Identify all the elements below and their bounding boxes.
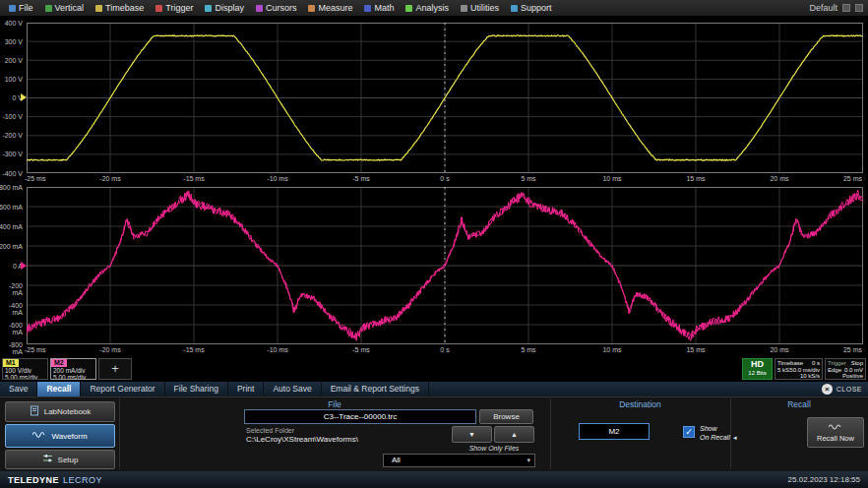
file-filter-value: All (392, 456, 401, 464)
cursors-icon (256, 5, 263, 12)
y-tick-label: -600 mA (0, 322, 23, 336)
voltage-chart: 400 V300 V200 V100 V0 V-100 V-200 V-300 … (0, 23, 868, 186)
dialog-tab-bar: Save Recall Report Generator File Sharin… (0, 382, 868, 396)
timebase-descriptor[interactable]: Timebase0 s 5 kS50.0 ms/div 10 kS/s (775, 358, 823, 380)
m1-zero-marker[interactable] (21, 93, 27, 101)
menu-label: Math (374, 3, 394, 13)
trigger-descriptor[interactable]: TriggerStop Edge0.0 mV Positive (825, 358, 866, 380)
trigger-kind: Edge (828, 367, 841, 374)
utilities-icon (461, 5, 467, 12)
y-tick-label: -200 mA (0, 282, 23, 296)
voltage-x-axis: -25 ms-20 ms-15 ms-10 ms-5 ms0 s5 ms10 m… (0, 175, 868, 184)
x-tick-label: -15 ms (174, 346, 214, 353)
timebase-icon (95, 5, 102, 12)
recall-now-label: Recall Now (817, 434, 854, 443)
waveform-icon (32, 430, 46, 442)
tab-save[interactable]: Save (0, 382, 37, 396)
tab-recall[interactable]: Recall (37, 382, 81, 396)
selected-folder-path: C:\LeCroy\XStream\Waveforms\ (246, 435, 358, 444)
down-arrow-icon: ▼ (468, 431, 475, 438)
support-icon (511, 5, 518, 12)
current-chart: 800 mA600 mA400 mA200 mA0 A-200 mA-400 m… (0, 187, 868, 356)
menu-label: Display (215, 3, 244, 13)
oscilloscope-app: File Vertical Timebase Trigger Display C… (0, 0, 868, 488)
close-icon[interactable]: × (822, 384, 833, 395)
x-tick-label: 0 s (425, 175, 465, 182)
y-tick-label: 200 V (0, 57, 23, 64)
status-icon (842, 4, 850, 12)
menu-item-utilities[interactable]: Utilities (455, 0, 505, 16)
x-tick-label: -25 ms (25, 346, 64, 353)
add-trace-button[interactable]: + (98, 358, 132, 380)
timebase-rate: 10 kS/s (800, 373, 820, 380)
tab-print[interactable]: Print (228, 382, 264, 396)
menu-item-measure[interactable]: Measure (302, 0, 358, 16)
y-tick-label: 100 V (0, 76, 23, 83)
menu-item-trigger[interactable]: Trigger (150, 0, 199, 16)
y-tick-label: -400 mA (0, 302, 23, 316)
menu-item-support[interactable]: Support (505, 0, 558, 16)
tab-report-generator[interactable]: Report Generator (81, 382, 164, 396)
scroll-up-button[interactable]: ▲ (494, 426, 534, 443)
pointer-icon: ◄ (732, 435, 738, 441)
menu-item-timebase[interactable]: Timebase (90, 0, 150, 16)
y-tick-label: -200 V (0, 132, 23, 139)
y-tick-label: 0 V (0, 94, 23, 101)
dialog-close[interactable]: × CLOSE (822, 382, 868, 396)
m2-tdiv: 5.00 ms/div (51, 374, 95, 380)
file-filter-dropdown[interactable]: ▾All (383, 454, 535, 467)
close-label: CLOSE (837, 386, 862, 393)
voltage-waveform-plot[interactable] (27, 23, 863, 173)
menu-label: Vertical (55, 3, 85, 13)
analysis-icon (405, 5, 412, 12)
menu-item-file[interactable]: File (3, 0, 39, 16)
menu-item-vertical[interactable]: Vertical (39, 0, 91, 16)
labnotebook-button[interactable]: LabNotebook (5, 401, 115, 422)
y-tick-label: 400 V (0, 20, 23, 27)
brand-teledyne: TELEDYNE (8, 475, 59, 485)
m1-descriptor[interactable]: M1 100 V/div 5.00 ms/div (2, 358, 48, 380)
destination-input[interactable]: M2 (579, 423, 650, 440)
menu-item-math[interactable]: Math (358, 0, 400, 16)
trigger-icon (155, 5, 162, 12)
x-tick-label: 15 ms (676, 346, 715, 353)
x-tick-label: -25 ms (25, 175, 64, 182)
x-tick-label: -5 ms (341, 346, 381, 353)
menu-item-analysis[interactable]: Analysis (400, 0, 455, 16)
tab-email-report-settings[interactable]: Email & Report Settings (322, 382, 429, 396)
menu-item-display[interactable]: Display (199, 0, 250, 16)
trigger-slope: Positive (842, 373, 863, 380)
x-tick-label: -20 ms (91, 346, 130, 353)
tab-auto-save[interactable]: Auto Save (264, 382, 321, 396)
x-tick-label: 25 ms (823, 346, 862, 353)
m2-zero-marker[interactable] (21, 262, 27, 270)
scroll-down-button[interactable]: ▼ (452, 426, 492, 443)
current-waveform-plot[interactable] (27, 187, 863, 344)
m2-descriptor[interactable]: M2 200 mA/div 5.00 ms/div (50, 358, 96, 380)
destination-section-header: Destination (550, 399, 730, 409)
x-tick-label: 20 ms (760, 175, 799, 182)
hd-bits: 12 Bits (743, 370, 772, 377)
waveform-button[interactable]: Waveform (5, 424, 115, 448)
show-on-recall-checkbox[interactable]: ✓ (683, 426, 695, 438)
default-setup-label[interactable]: Default (809, 3, 837, 13)
selected-folder-label: Selected Folder (246, 427, 294, 434)
recall-now-button[interactable]: Recall Now (807, 417, 864, 448)
menu-right: Default (809, 3, 868, 13)
x-tick-label: -10 ms (258, 175, 297, 182)
tab-file-sharing[interactable]: File Sharing (165, 382, 228, 396)
y-tick-label: 800 mA (0, 184, 23, 191)
x-tick-label: 25 ms (823, 175, 862, 182)
setup-button[interactable]: Setup (5, 450, 115, 469)
browse-button[interactable]: Browse (479, 409, 533, 424)
menu-label: Cursors (266, 3, 297, 13)
chevron-down-icon: ▾ (527, 455, 530, 466)
y-tick-label: 400 mA (0, 223, 23, 230)
menu-item-cursors[interactable]: Cursors (250, 0, 303, 16)
hd-mode-badge[interactable]: HD 12 Bits (742, 358, 773, 380)
descriptor-bar: M1 100 V/div 5.00 ms/div M2 200 mA/div 5… (0, 357, 868, 381)
menu-label: Support (521, 3, 552, 13)
menu-label: Trigger (165, 3, 193, 13)
filename-input[interactable]: C3--Trace--00000.trc (244, 409, 476, 424)
status-bar: TELEDYNE LECROY 25.02.2023 12:18:55 (0, 471, 868, 488)
